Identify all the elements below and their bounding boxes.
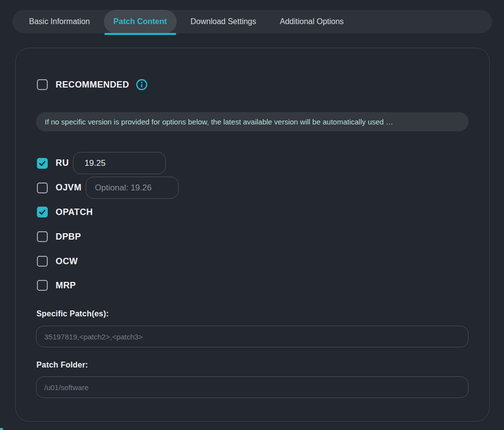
option-row-ojvm: OJVM bbox=[37, 177, 179, 199]
tab-label: Basic Information bbox=[29, 17, 90, 26]
option-row-ru: RU bbox=[37, 152, 166, 174]
tab-download-settings[interactable]: Download Settings bbox=[181, 10, 266, 33]
ru-label: RU bbox=[56, 158, 69, 168]
specific-patches-input[interactable] bbox=[36, 326, 469, 347]
ojvm-version-input[interactable] bbox=[86, 177, 179, 199]
tab-patch-content[interactable]: Patch Content bbox=[104, 10, 177, 33]
recommended-label: RECOMMENDED bbox=[56, 80, 129, 90]
opatch-checkbox[interactable] bbox=[37, 207, 48, 217]
ojvm-checkbox[interactable] bbox=[37, 183, 48, 193]
dpbp-checkbox[interactable] bbox=[37, 231, 48, 242]
tab-bar: Basic Information Patch Content Download… bbox=[12, 10, 492, 33]
option-row-ocw: OCW bbox=[37, 256, 78, 267]
option-row-mrp: MRP bbox=[37, 280, 76, 291]
check-icon bbox=[38, 208, 46, 216]
mrp-label: MRP bbox=[56, 280, 76, 291]
opatch-label: OPATCH bbox=[56, 207, 93, 217]
option-row-opatch: OPATCH bbox=[37, 207, 93, 217]
tab-basic-information[interactable]: Basic Information bbox=[19, 10, 100, 33]
check-icon bbox=[38, 159, 46, 167]
patch-folder-input[interactable] bbox=[36, 376, 469, 398]
notice-banner: If no specific version is provided for o… bbox=[36, 112, 469, 131]
ojvm-label: OJVM bbox=[56, 183, 82, 193]
tab-label: Additional Options bbox=[280, 17, 344, 26]
info-icon[interactable] bbox=[136, 79, 148, 91]
specific-patches-label: Specific Patch(es): bbox=[36, 309, 109, 318]
ru-version-input[interactable] bbox=[73, 152, 166, 174]
active-tab-underline bbox=[104, 33, 176, 35]
patch-folder-label: Patch Folder: bbox=[36, 361, 88, 369]
ocw-label: OCW bbox=[56, 256, 78, 267]
tab-additional-options[interactable]: Additional Options bbox=[270, 10, 353, 33]
option-row-dpbp: DPBP bbox=[37, 231, 81, 242]
tab-label: Download Settings bbox=[190, 17, 256, 26]
dpbp-label: DPBP bbox=[56, 232, 81, 242]
ru-checkbox[interactable] bbox=[37, 158, 48, 169]
recommended-checkbox[interactable] bbox=[37, 79, 48, 90]
recommended-row: RECOMMENDED bbox=[37, 79, 148, 91]
notice-text: If no specific version is provided for o… bbox=[45, 118, 393, 126]
mrp-checkbox[interactable] bbox=[37, 280, 48, 291]
bottom-accent-sliver bbox=[0, 428, 3, 430]
ocw-checkbox[interactable] bbox=[37, 256, 48, 267]
info-icon-glyph bbox=[136, 79, 148, 91]
tab-label: Patch Content bbox=[114, 17, 167, 26]
